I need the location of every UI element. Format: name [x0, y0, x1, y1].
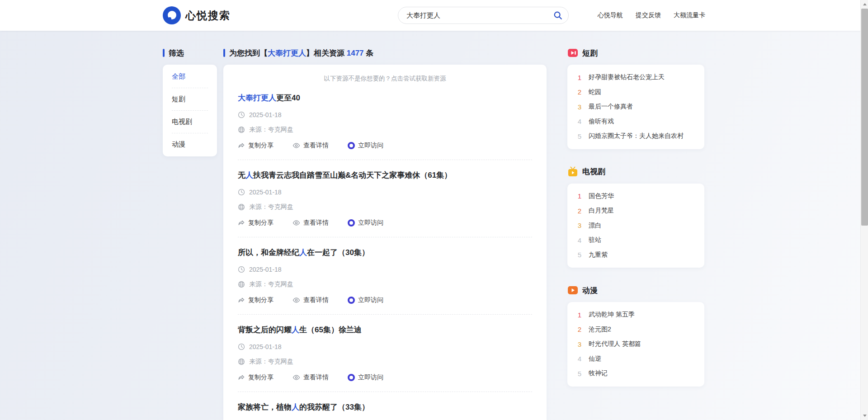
eye-icon — [292, 374, 300, 381]
nav-link-data-card[interactable]: 大额流量卡 — [674, 11, 705, 19]
globe-icon — [238, 281, 245, 288]
short-drama-icon — [567, 47, 578, 58]
visit-donut-icon — [348, 142, 355, 149]
ranking-item-label: 蛇园 — [589, 88, 601, 96]
results-count: 1477 — [347, 49, 364, 57]
ranking-item[interactable]: 2白月梵星 — [576, 203, 695, 218]
filter-item[interactable]: 电视剧 — [172, 111, 208, 133]
globe-icon — [238, 203, 245, 211]
share-icon — [238, 219, 245, 227]
clock-icon — [238, 343, 245, 350]
rank-number: 2 — [576, 88, 583, 96]
eye-icon — [292, 142, 300, 149]
logo[interactable]: 心悦搜索 — [163, 6, 231, 24]
filter-item[interactable]: 动漫 — [172, 133, 208, 156]
globe-icon — [238, 358, 245, 365]
rank-number: 5 — [576, 370, 583, 378]
result-actions: 复制分享 查看详情 立即访问 — [238, 141, 532, 150]
result-item: 无人扶我青云志我自踏雪至山巅&名动天下之家事难休（61集） 2025-01-18… — [238, 160, 532, 237]
search-input[interactable] — [398, 12, 553, 19]
anime-icon — [567, 285, 578, 296]
visit-now-button[interactable]: 立即访问 — [348, 142, 383, 150]
result-title[interactable]: 所以，和金牌经纪人在一起了（30集） — [238, 247, 532, 258]
ranking-item[interactable]: 3最后一个修真者 — [576, 99, 695, 114]
scroll-up-arrow-icon[interactable] — [861, 0, 868, 8]
rank-number: 5 — [576, 132, 583, 140]
ranking-item-label: 沧元图2 — [589, 326, 611, 334]
visit-now-button[interactable]: 立即访问 — [348, 296, 383, 304]
result-source: 来源：夸克网盘 — [238, 280, 532, 289]
results-title: 为您找到【大奉打更人】相关资源 1477 条 — [223, 47, 547, 58]
ranking-item[interactable]: 1武动乾坤 第五季 — [576, 307, 695, 322]
ranking-item-label: 时光代理人 英都篇 — [589, 340, 641, 348]
ranking-header: 电视剧 — [567, 166, 704, 177]
globe-icon — [238, 126, 245, 133]
ranking-section: 动漫 1武动乾坤 第五季2沧元图23时光代理人 英都篇4仙逆5牧神记 — [567, 285, 704, 387]
nav-link-feedback[interactable]: 提交反馈 — [636, 11, 661, 19]
nav-link-navigation[interactable]: 心悦导航 — [598, 11, 623, 19]
ranking-card: 1国色芳华2白月梵星3漂白4驻站5九重紫 — [567, 184, 704, 268]
filter-card: 全部短剧电视剧动漫 — [163, 65, 217, 156]
visit-now-button[interactable]: 立即访问 — [348, 219, 383, 227]
result-item: 所以，和金牌经纪人在一起了（30集） 2025-01-18 来源：夸克网盘 复制… — [238, 237, 532, 315]
result-title[interactable]: 无人扶我青云志我自踏雪至山巅&名动天下之家事难休（61集） — [238, 170, 532, 181]
ranking-item[interactable]: 5闪婚京圈太子爷：夫人她来自农村 — [576, 129, 695, 144]
ranking-item[interactable]: 1国色芳华 — [576, 189, 695, 204]
ranking-item[interactable]: 2沧元图2 — [576, 322, 695, 337]
view-detail-button[interactable]: 查看详情 — [292, 296, 329, 304]
result-date: 2025-01-18 — [238, 342, 532, 351]
result-item: 大奉打更人更至40 2025-01-18 来源：夸克网盘 复制分享 — [238, 83, 532, 160]
ranking-item[interactable]: 3时光代理人 英都篇 — [576, 337, 695, 352]
ranking-item[interactable]: 4仙逆 — [576, 352, 695, 367]
ranking-item[interactable]: 2蛇园 — [576, 85, 695, 100]
filter-item[interactable]: 全部 — [172, 66, 208, 88]
visit-now-button[interactable]: 立即访问 — [348, 373, 383, 382]
copy-share-button[interactable]: 复制分享 — [238, 142, 274, 150]
ranking-item[interactable]: 5牧神记 — [576, 366, 695, 381]
ranking-item[interactable]: 3漂白 — [576, 218, 695, 233]
results-card: 以下资源不是你想要的？点击尝试获取新资源 大奉打更人更至40 2025-01-1… — [223, 65, 547, 420]
filter-sidebar: 筛选 全部短剧电视剧动漫 — [163, 47, 217, 156]
rank-number: 1 — [576, 74, 583, 81]
rank-number: 5 — [576, 251, 583, 259]
scroll-down-arrow-icon[interactable] — [861, 412, 868, 420]
result-source: 来源：夸克网盘 — [238, 357, 532, 366]
search-button[interactable] — [553, 10, 568, 20]
result-date: 2025-01-18 — [238, 265, 532, 274]
result-date: 2025-01-18 — [238, 188, 532, 197]
rank-number: 3 — [576, 340, 583, 348]
ranking-item[interactable]: 4偷听有戏 — [576, 114, 695, 129]
copy-share-button[interactable]: 复制分享 — [238, 296, 274, 304]
view-detail-button[interactable]: 查看详情 — [292, 142, 329, 150]
ranking-card: 1武动乾坤 第五季2沧元图23时光代理人 英都篇4仙逆5牧神记 — [567, 302, 704, 387]
filter-item[interactable]: 短剧 — [172, 88, 208, 111]
view-detail-button[interactable]: 查看详情 — [292, 219, 329, 227]
ranking-item[interactable]: 1好孕甜妻被钻石老公宠上天 — [576, 70, 695, 85]
share-icon — [238, 142, 245, 149]
share-icon — [238, 374, 245, 381]
scrollbar[interactable] — [860, 0, 868, 420]
result-source: 来源：夸克网盘 — [238, 203, 532, 212]
ranking-card: 1好孕甜妻被钻石老公宠上天2蛇园3最后一个修真者4偷听有戏5闪婚京圈太子爷：夫人… — [567, 65, 704, 149]
rank-number: 2 — [576, 326, 583, 333]
visit-donut-icon — [348, 374, 355, 381]
ranking-item-label: 闪婚京圈太子爷：夫人她来自农村 — [589, 132, 684, 140]
visit-donut-icon — [348, 297, 355, 304]
ranking-item[interactable]: 5九重紫 — [576, 248, 695, 263]
result-title[interactable]: 家族将亡，植物人的我苏醒了（33集） — [238, 402, 532, 413]
ranking-item-label: 驻站 — [589, 236, 601, 244]
ranking-item-label: 漂白 — [589, 222, 601, 230]
ranking-item[interactable]: 4驻站 — [576, 233, 695, 248]
result-title[interactable]: 大奉打更人更至40 — [238, 93, 532, 104]
clock-icon — [238, 189, 245, 196]
view-detail-button[interactable]: 查看详情 — [292, 373, 329, 382]
copy-share-button[interactable]: 复制分享 — [238, 373, 274, 382]
ranking-item-label: 国色芳华 — [589, 192, 614, 200]
scrollbar-thumb[interactable] — [861, 9, 868, 226]
copy-share-button[interactable]: 复制分享 — [238, 219, 274, 227]
result-title[interactable]: 背叛之后的闪耀人生（65集）徐兰迪 — [238, 325, 532, 335]
get-new-resources-link[interactable]: 以下资源不是你想要的？点击尝试获取新资源 — [238, 75, 532, 83]
rank-number: 4 — [576, 118, 583, 125]
ranking-item-label: 武动乾坤 第五季 — [589, 311, 635, 319]
section-bar — [163, 49, 165, 57]
